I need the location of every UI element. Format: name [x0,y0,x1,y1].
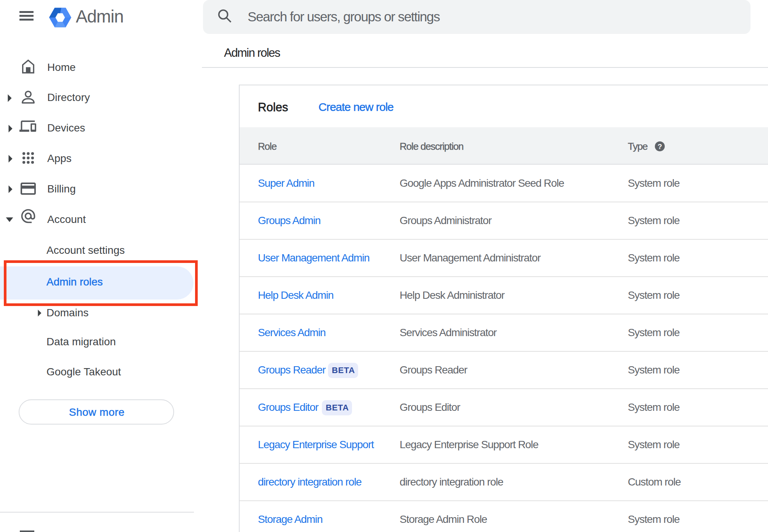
svg-text:?: ? [658,143,662,151]
